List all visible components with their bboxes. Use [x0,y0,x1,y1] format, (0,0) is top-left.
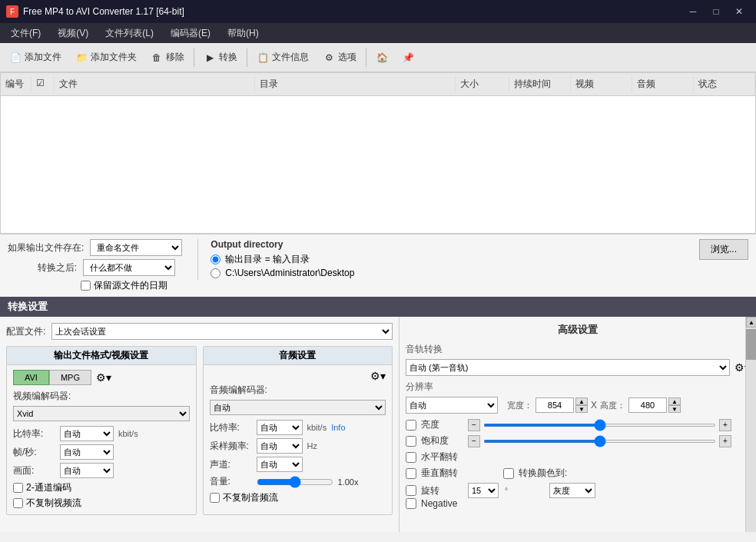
window-controls: ─ □ ✕ [682,4,750,19]
audio-sample-select[interactable]: 自动 [257,438,303,454]
volume-slider[interactable] [257,476,333,488]
options-button[interactable]: ⚙ 选项 [317,48,363,67]
right-panel-scrollbar[interactable]: ▲ [745,317,756,532]
scroll-up-button[interactable]: ▲ [746,317,756,328]
saturation-minus-button[interactable]: − [468,435,480,447]
format-tab-avi[interactable]: AVI [13,370,49,385]
remove-button[interactable]: 🗑 移除 [144,48,191,67]
two-pass-checkbox[interactable] [13,483,23,493]
if-exists-label: 如果输出文件存在: [8,241,84,254]
convert-label: 转换 [219,51,237,64]
resolution-select[interactable]: 自动 [406,397,498,414]
flip-v-checkbox[interactable] [406,468,416,479]
width-input-group: ▲ ▼ [536,397,588,413]
fps-row: 帧/秒: 自动 [13,444,190,460]
fps-label: 帧/秒: [13,446,55,459]
output-dir-radio1[interactable] [211,254,220,264]
if-exists-select[interactable]: 重命名文件 [90,239,182,256]
frame-select[interactable]: 自动 [60,463,114,478]
maximize-button[interactable]: □ [705,4,727,19]
after-convert-select[interactable]: 什么都不做 [83,259,175,276]
minimize-button[interactable]: ─ [682,4,704,19]
add-file-button[interactable]: 📄 添加文件 [3,48,68,67]
keep-date-checkbox[interactable] [81,281,91,291]
format-gear-icon[interactable]: ⚙▾ [96,371,111,384]
saturation-row: 饱和度 − + 1 [406,434,750,447]
close-button[interactable]: ✕ [728,4,750,19]
output-settings-area: 如果输出文件存在: 重命名文件 转换之后: 什么都不做 保留源文件的日期 Out… [0,234,756,297]
if-exists-row: 如果输出文件存在: 重命名文件 [8,239,182,256]
rotate-value-select[interactable]: 15 [468,483,499,498]
browse-button[interactable]: 浏览... [699,239,748,260]
output-dir-radio2[interactable] [211,268,220,278]
no-copy-audio-checkbox[interactable] [210,493,220,503]
convert-color-checkbox[interactable] [503,468,514,479]
menu-file[interactable]: 文件(F) [3,25,48,42]
menu-filelist[interactable]: 文件列表(L) [98,25,161,42]
config-file-label: 配置文件: [6,325,45,338]
bitrate-row: 比特率: 自动 kbit/s [13,426,190,441]
output-dir-option2-row: C:\Users\Administrator\Desktop [211,268,748,278]
file-list-area: 编号 ☑ 文件 目录 大小 持续时间 视频 音频 状态 [0,72,756,234]
video-codec-row: 视频编解码器: [13,390,190,403]
convert-button[interactable]: ▶ 转换 [197,48,244,67]
audio-codec-select-row: 自动 [210,400,386,415]
pin-button[interactable]: 📌 [396,48,420,67]
flip-h-checkbox[interactable] [406,452,416,463]
col-audio: 音频 [632,76,694,92]
format-tabs: AVI MPG [13,370,91,385]
menu-video[interactable]: 视频(V) [50,25,96,42]
format-tab-mpg[interactable]: MPG [49,370,91,385]
width-input[interactable] [536,397,574,413]
rotate-label: 旋转 [421,484,463,497]
toolbar-separator-2 [247,48,247,67]
brightness-plus-button[interactable]: + [719,419,731,431]
width-spinner: ▲ ▼ [575,397,588,413]
negative-checkbox[interactable] [406,498,416,509]
col-file: 文件 [55,76,255,92]
fps-select[interactable]: 自动 [60,444,114,460]
width-up-button[interactable]: ▲ [575,397,588,405]
menu-encoder[interactable]: 编码器(E) [163,25,218,42]
audio-bitrate-select[interactable]: 自动 [257,420,303,435]
brightness-slider[interactable] [483,424,716,427]
saturation-checkbox[interactable] [406,436,416,447]
scroll-thumb[interactable] [746,329,756,360]
height-down-button[interactable]: ▼ [668,405,681,413]
remove-label: 移除 [166,51,184,64]
no-copy-video-row: 不复制视频流 [13,497,190,510]
advanced-section-title: 高级设置 [406,323,750,337]
brightness-checkbox[interactable] [406,420,416,431]
rotate-checkbox[interactable] [406,485,416,496]
col-check: ☑ [32,76,55,92]
col-dir: 目录 [255,76,456,92]
saturation-label: 饱和度 [421,434,463,447]
add-folder-button[interactable]: 📁 添加文件夹 [69,48,143,67]
info-link[interactable]: Info [331,423,345,432]
audio-settings-title: 音频设置 [204,347,393,365]
saturation-plus-button[interactable]: + [719,435,731,447]
no-copy-video-checkbox[interactable] [13,498,23,508]
saturation-slider[interactable] [483,440,716,443]
negative-row: Negative [406,498,750,509]
config-file-select[interactable]: 上次会话设置 [51,323,393,340]
audio-codec-select[interactable]: 自动 [210,400,386,415]
width-down-button[interactable]: ▼ [575,405,588,413]
height-input[interactable] [628,397,667,413]
file-info-button[interactable]: 📋 文件信息 [250,48,315,67]
video-codec-select[interactable]: Xvid [13,406,190,421]
brightness-minus-button[interactable]: − [468,419,480,431]
flip-h-row: 水平翻转 [406,451,750,464]
home-button[interactable]: 🏠 [370,48,394,67]
bitrate-unit: kbit/s [118,429,138,438]
height-up-button[interactable]: ▲ [668,397,681,405]
after-convert-row: 转换之后: 什么都不做 [8,259,182,276]
color-value-select[interactable]: 灰度 [549,483,595,498]
audio-gear-icon[interactable]: ⚙▾ [370,370,386,382]
menu-help[interactable]: 帮助(H) [220,25,267,42]
audio-channel-select[interactable]: 自动 [257,457,303,472]
brightness-slider-container: − + 0 [468,419,750,431]
bitrate-select[interactable]: 自动 [60,426,114,441]
two-pass-label: 2-通道编码 [26,481,71,494]
audio-track-select[interactable]: 自动 (第一音轨) [406,359,730,376]
